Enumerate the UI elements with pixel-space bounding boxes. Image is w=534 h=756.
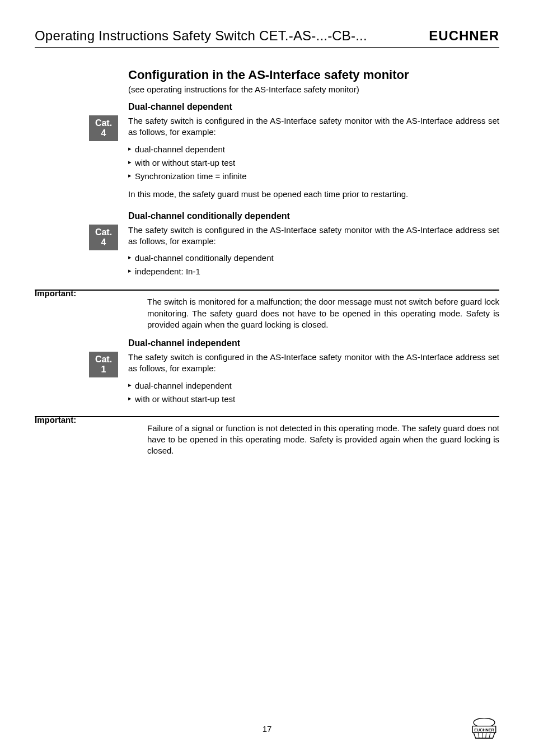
cat-number: 1 <box>101 365 106 375</box>
section1-intro: The safety switch is configured in the A… <box>128 115 499 138</box>
cat-label: Cat. <box>95 118 112 128</box>
important2-block: Important: Failure of a signal or functi… <box>128 416 499 457</box>
cat-label: Cat. <box>95 354 112 365</box>
main-subtitle: (see operating instructions for the AS-I… <box>128 85 499 94</box>
cat-number: 4 <box>101 237 106 248</box>
cat-number: 4 <box>101 128 106 138</box>
cat-badge-2: Cat. 4 <box>89 225 118 250</box>
list-item: dual-channel conditionally dependent <box>128 251 499 265</box>
main-content: Configuration in the AS-Interface safety… <box>35 68 499 456</box>
svg-text:EUCHNER: EUCHNER <box>474 727 494 732</box>
cat-label: Cat. <box>95 227 112 237</box>
important-label: Important: <box>35 288 76 298</box>
important1-block: Important: The switch is monitored for a… <box>128 290 499 330</box>
list-item: with or without start-up test <box>128 156 499 170</box>
section1-list: dual-channel dependent with or without s… <box>128 143 499 183</box>
section1-outro: In this mode, the safety guard must be o… <box>128 189 499 200</box>
cat-badge-3: Cat. 1 <box>89 352 118 377</box>
main-heading: Configuration in the AS-Interface safety… <box>128 68 499 82</box>
section3-block: Cat. 1 The safety switch is configured i… <box>128 352 499 406</box>
important-rule <box>35 416 499 417</box>
list-item: with or without start-up test <box>128 393 499 406</box>
section2-list: dual-channel conditionally dependent ind… <box>128 251 499 278</box>
section1-heading: Dual-channel dependent <box>128 102 499 112</box>
section3-intro: The safety switch is configured in the A… <box>128 352 499 375</box>
euchner-emblem-icon: EUCHNER <box>469 718 499 740</box>
important-rule <box>35 290 499 291</box>
section3-heading: Dual-channel independent <box>128 338 499 348</box>
list-item: independent: In-1 <box>128 265 499 278</box>
footer-logo: EUCHNER <box>469 718 499 740</box>
page-number: 17 <box>0 724 534 734</box>
list-item: dual-channel independent <box>128 379 499 393</box>
cat-badge-1: Cat. 4 <box>89 115 118 141</box>
important-label: Important: <box>35 415 76 424</box>
header-title: Operating Instructions Safety Switch CET… <box>35 28 367 44</box>
section2-heading: Dual-channel conditionally dependent <box>128 211 499 221</box>
important2-text: Failure of a signal or function is not d… <box>128 423 499 457</box>
list-item: Synchronization time = infinite <box>128 170 499 183</box>
list-item: dual-channel dependent <box>128 143 499 156</box>
page-header: Operating Instructions Safety Switch CET… <box>35 28 499 48</box>
important1-text: The switch is monitored for a malfunctio… <box>128 296 499 330</box>
header-logo: EUCHNER <box>429 28 499 44</box>
section2-block: Cat. 4 The safety switch is configured i… <box>128 225 499 279</box>
section1-block: Cat. 4 The safety switch is configured i… <box>128 115 499 200</box>
section2-intro: The safety switch is configured in the A… <box>128 225 499 248</box>
section3-list: dual-channel independent with or without… <box>128 379 499 406</box>
